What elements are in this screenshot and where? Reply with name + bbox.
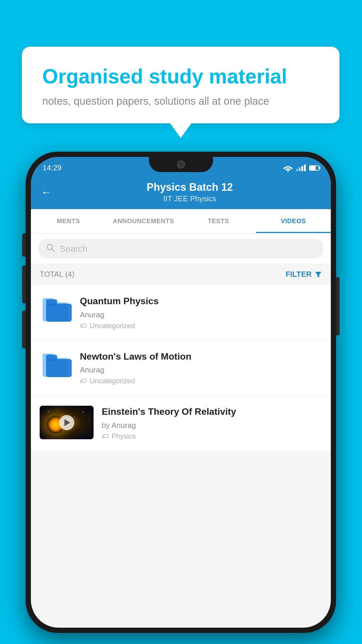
video-list: Quantum Physics Anurag 🏷 Uncategorized <box>31 285 331 451</box>
folder-thumb-quantum <box>40 295 72 323</box>
filter-bar: TOTAL (4) FILTER <box>31 264 331 285</box>
tab-videos[interactable]: VIDEOS <box>256 209 331 233</box>
back-button[interactable]: ← <box>41 186 52 198</box>
battery-icon <box>309 165 319 171</box>
wifi-icon <box>283 164 293 172</box>
folder-icon <box>43 297 69 321</box>
svg-rect-6 <box>46 304 72 322</box>
video-title: Newton's Laws of Motion <box>80 351 322 363</box>
status-time: 14:29 <box>43 163 61 172</box>
search-icon <box>46 244 55 254</box>
tabs-bar: MENTS ANNOUNCEMENTS TESTS VIDEOS <box>31 209 331 234</box>
total-count: TOTAL (4) <box>40 270 74 279</box>
svg-rect-11 <box>46 355 57 361</box>
video-thumb-einstein <box>40 406 94 439</box>
video-info-quantum: Quantum Physics Anurag 🏷 Uncategorized <box>80 295 322 330</box>
svg-marker-3 <box>315 272 321 278</box>
video-info-newton: Newton's Laws of Motion Anurag 🏷 Uncateg… <box>80 351 322 385</box>
folder-icon <box>43 352 69 377</box>
phone-button-volume-down <box>22 311 26 349</box>
video-title: Einstein's Theory Of Relativity <box>102 406 322 418</box>
bubble-title: Organised study material <box>42 64 319 89</box>
video-title: Quantum Physics <box>80 295 322 307</box>
video-info-einstein: Einstein's Theory Of Relativity by Anura… <box>102 406 322 440</box>
app-header: ← Physics Batch 12 IIT JEE Physics <box>31 176 331 209</box>
tab-ments[interactable]: MENTS <box>31 209 106 233</box>
list-item[interactable]: Quantum Physics Anurag 🏷 Uncategorized <box>31 285 331 340</box>
signal-icon <box>296 164 306 171</box>
speech-bubble: Organised study material notes, question… <box>22 47 340 123</box>
tag-icon: 🏷 <box>80 377 87 385</box>
phone-wrapper: 14:29 <box>26 152 336 633</box>
phone-notch <box>149 157 213 172</box>
svg-rect-10 <box>46 359 72 377</box>
tag-icon: 🏷 <box>102 432 109 440</box>
header-title-block: Physics Batch 12 IIT JEE Physics <box>59 181 321 203</box>
play-triangle-icon <box>64 419 70 426</box>
einstein-bg <box>40 406 94 439</box>
play-button[interactable] <box>59 415 74 430</box>
phone-outer: 14:29 <box>26 152 336 633</box>
list-item[interactable]: Einstein's Theory Of Relativity by Anura… <box>31 396 331 451</box>
svg-point-0 <box>287 170 289 172</box>
phone-button-left <box>22 233 26 257</box>
header-subtitle: IIT JEE Physics <box>59 194 321 203</box>
folder-thumb-newton <box>40 351 72 378</box>
tab-announcements[interactable]: ANNOUNCEMENTS <box>106 209 181 233</box>
search-placeholder: Search <box>60 244 87 254</box>
video-tag: 🏷 Uncategorized <box>80 322 322 330</box>
tag-icon: 🏷 <box>80 322 87 330</box>
video-tag: 🏷 Uncategorized <box>80 377 322 385</box>
status-icons <box>283 164 319 172</box>
filter-funnel-icon <box>314 271 322 278</box>
search-container: Search <box>31 234 331 264</box>
search-box[interactable]: Search <box>38 239 324 258</box>
filter-button[interactable]: FILTER <box>286 270 322 279</box>
svg-line-2 <box>52 249 54 251</box>
header-title: Physics Batch 12 <box>59 181 321 193</box>
bubble-subtitle: notes, question papers, solutions all at… <box>42 95 319 107</box>
tab-tests[interactable]: TESTS <box>181 209 256 233</box>
svg-rect-7 <box>46 299 57 306</box>
phone-screen: 14:29 <box>31 157 331 628</box>
video-author: by Anurag <box>102 421 322 430</box>
phone-button-power <box>336 277 340 335</box>
list-item[interactable]: Newton's Laws of Motion Anurag 🏷 Uncateg… <box>31 340 331 396</box>
phone-button-volume-up <box>22 265 26 303</box>
phone-camera <box>177 160 185 169</box>
video-author: Anurag <box>80 310 322 319</box>
video-tag: 🏷 Physics <box>102 432 322 440</box>
video-author: Anurag <box>80 365 322 374</box>
